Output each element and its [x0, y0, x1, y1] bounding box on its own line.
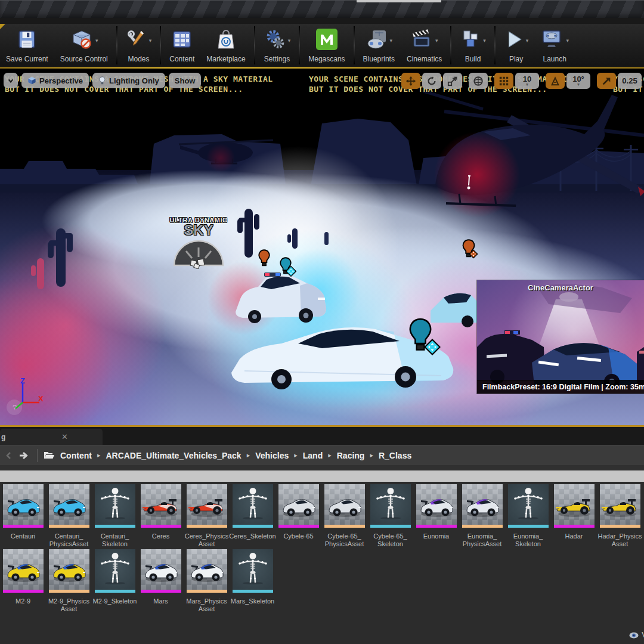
asset-tile-centauri-physicsasset[interactable]: Centauri_ PhysicsAsset: [46, 484, 92, 548]
dropdown-caret-icon[interactable]: ▾: [526, 83, 528, 86]
asset-thumbnail: [95, 549, 135, 590]
asset-tile-cybele-65-skeleton[interactable]: Cybele-65_ Skeleton: [367, 484, 413, 548]
move-widget-small-2[interactable]: [469, 249, 478, 261]
dropdown-caret-icon[interactable]: ▾: [390, 38, 393, 44]
asset-tile-ceres-physicsasset[interactable]: Ceres_Physics Asset: [184, 484, 230, 548]
dropdown-caret-icon[interactable]: ▾: [577, 83, 580, 86]
scale-tool-button[interactable]: [443, 73, 462, 89]
forward-arrow-icon[interactable]: [18, 451, 30, 460]
asset-thumbnail: [187, 484, 227, 525]
dropdown-caret-icon[interactable]: ▾: [483, 38, 486, 44]
asset-tile-cybele-65[interactable]: Cybele-65: [275, 484, 321, 548]
asset-label: Mars_Skeleton: [229, 597, 277, 605]
move-tool-button[interactable]: [401, 73, 420, 89]
snap-value-button[interactable]: 0.25: [618, 73, 642, 89]
asset-tile-hadar[interactable]: Hadar: [551, 484, 597, 548]
content-browser-tab[interactable]: g ✕: [0, 429, 103, 445]
viewport-button-lighting-only[interactable]: Lighting Only: [92, 73, 165, 88]
viewport-controls: PerspectiveLighting OnlyShow: [4, 73, 201, 88]
asset-type-stripe: [462, 525, 503, 528]
toolbar-button-settings[interactable]: ▾Settings: [258, 24, 297, 67]
viewport-button-label: Show: [175, 76, 196, 85]
dropdown-caret-icon[interactable]: ▾: [95, 38, 98, 44]
asset-type-stripe: [95, 525, 135, 528]
asset-tile-mars-skeleton[interactable]: Mars_Skeleton: [230, 549, 275, 613]
grid-snap-button[interactable]: [494, 73, 513, 89]
asset-tile-eunomia[interactable]: Eunomia: [413, 484, 459, 548]
dropdown-caret-icon[interactable]: ▾: [288, 38, 291, 44]
view-options-button[interactable]: Vie: [629, 631, 644, 639]
toolbar-button-cinematics[interactable]: ▾Cinematics: [401, 24, 448, 67]
back-arrow-icon[interactable]: [5, 451, 13, 460]
toolbar-button-modes[interactable]: ▾Modes: [120, 24, 158, 67]
cine-camera-preview[interactable]: CineCameraActor FilmbackPreset: 16:9 Dig…: [477, 280, 644, 394]
toolbar-separator: [160, 26, 161, 64]
toolbar-button-launch[interactable]: ▾Launch: [534, 24, 575, 67]
angle-snap-button[interactable]: [546, 73, 565, 89]
asset-label: Eunomia_ PhysicsAsset: [459, 532, 506, 548]
asset-tile-hadar-physicsasset[interactable]: Hadar_Physics Asset: [597, 484, 643, 548]
viewport-button-label: Lighting Only: [109, 76, 159, 85]
asset-tile-m2-9-skeleton[interactable]: M2-9_Skeleton: [92, 549, 138, 613]
asset-tile-ceres[interactable]: Ceres: [138, 484, 184, 548]
snap-value-button[interactable]: 10°▾: [566, 73, 590, 89]
breadcrumb-arrow-icon: ▸: [328, 451, 332, 459]
breadcrumb-vehicles[interactable]: Vehicles: [255, 451, 289, 460]
asset-tile-centauri[interactable]: Centauri: [0, 484, 46, 548]
asset-tile-mars-physicsasset[interactable]: Mars_Physics Asset: [184, 549, 230, 613]
dropdown-caret-icon[interactable]: ▾: [435, 38, 438, 44]
breadcrumb-content[interactable]: Content: [60, 451, 92, 460]
viewport-button-options[interactable]: [4, 73, 18, 88]
viewport-button-show[interactable]: Show: [169, 73, 202, 88]
level-viewport[interactable]: YOUR SCENE CONTAINS A SKYDOME MESH WITH …: [0, 69, 644, 425]
asset-thumbnail: [141, 484, 181, 525]
cursor-marker: [465, 175, 473, 193]
asset-tile-eunomia-physicsasset[interactable]: Eunomia_ PhysicsAsset: [459, 484, 505, 548]
snap-value-button[interactable]: 10▾: [515, 73, 539, 89]
toolbar-button-play[interactable]: ▾Play: [498, 24, 535, 67]
open-folder-icon: [44, 451, 55, 460]
dropdown-caret-icon[interactable]: ▾: [526, 38, 529, 44]
toolbar-separator: [450, 26, 451, 64]
point-light-sprite-orange-1[interactable]: [258, 249, 271, 270]
asset-tile-eunomia-skeleton[interactable]: Eunomia_ Skeleton: [505, 484, 551, 548]
asset-tile-m2-9-physicsasset[interactable]: M2-9_Physics Asset: [46, 549, 92, 613]
toolbar-button-blueprints[interactable]: ▾Blueprints: [357, 24, 401, 67]
asset-thumbnail: [49, 549, 89, 590]
tab-close-icon[interactable]: ✕: [61, 432, 68, 441]
asset-tile-cybele-65-physicsasset[interactable]: Cybele-65_ PhysicsAsset: [321, 484, 367, 548]
asset-tile-m2-9[interactable]: M2-9: [0, 549, 46, 613]
toolbar-button-content[interactable]: Content: [163, 24, 200, 67]
asset-thumbnail: [141, 549, 181, 590]
breadcrumb-land[interactable]: Land: [303, 451, 323, 460]
move-widget-large[interactable]: [423, 338, 441, 358]
breadcrumb-racing[interactable]: Racing: [337, 451, 365, 460]
dropdown-caret-icon[interactable]: ▾: [566, 38, 569, 44]
move-widget-small-1[interactable]: [285, 265, 297, 280]
asset-tile-mars[interactable]: Mars: [138, 549, 184, 613]
window-titlebar[interactable]: [0, 0, 644, 18]
asset-type-stripe: [49, 590, 89, 593]
asset-tile-ceres-skeleton[interactable]: Ceres_Skeleton: [230, 484, 275, 548]
breadcrumb-r-class[interactable]: R_Class: [379, 451, 411, 460]
toolbar-button-marketplace[interactable]: Marketplace: [200, 24, 251, 67]
viewport-axis-gizmo: ? Z X: [5, 379, 49, 420]
main-toolbar: Save Current▾Source Control▾ModesContent…: [0, 24, 644, 67]
scale-snap-arrow-button[interactable]: [597, 73, 616, 89]
viewport-button-perspective[interactable]: Perspective: [21, 73, 89, 88]
rotate-tool-button[interactable]: [422, 73, 441, 89]
surface-snap-button[interactable]: [469, 73, 488, 89]
toolbar-button-source-control[interactable]: ▾Source Control: [54, 24, 114, 67]
asset-tile-centauri-skeleton[interactable]: Centauri_ Skeleton: [92, 484, 138, 548]
breadcrumb-arcade-ultimate-vehicles-pack[interactable]: ARCADE_Ultimate_Vehicles_Pack: [106, 451, 241, 460]
asset-view-scrollbar[interactable]: [0, 470, 644, 482]
toolbar-button-megascans[interactable]: Megascans: [302, 24, 351, 67]
asset-type-stripe: [95, 590, 135, 593]
toolbar-button-save-current[interactable]: Save Current: [0, 24, 54, 67]
eye-icon: [629, 632, 639, 639]
dropdown-caret-icon[interactable]: ▾: [149, 38, 152, 44]
asset-thumbnail: [187, 549, 227, 590]
megascans-m-icon: [315, 27, 339, 54]
toolbar-button-build[interactable]: ▾Build: [454, 24, 492, 67]
ultra-dynamic-sky-sprite[interactable]: ULTRA DYNAMIC SKY: [166, 216, 231, 271]
